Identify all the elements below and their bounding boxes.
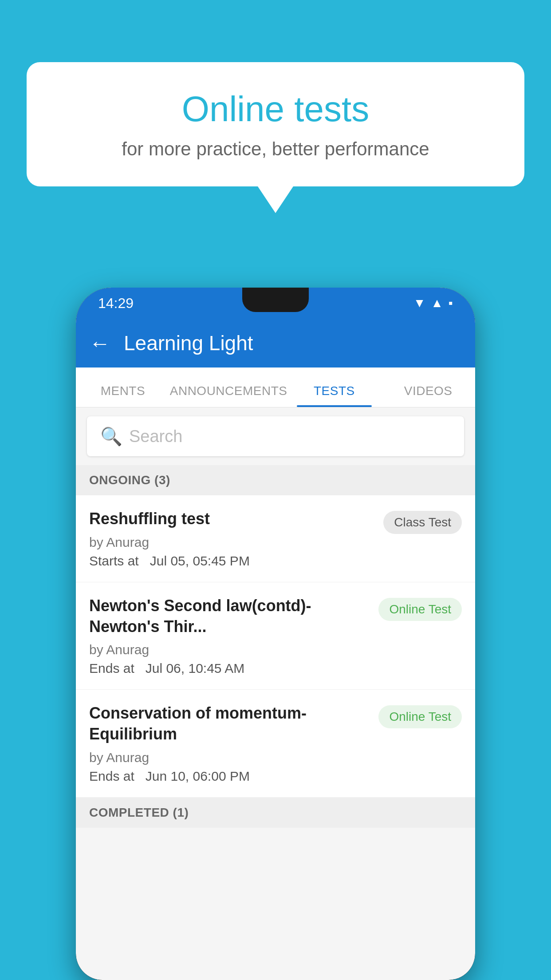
test-time-1: Starts at Jul 05, 05:45 PM <box>89 553 374 569</box>
test-author-1: by Anurag <box>89 535 374 550</box>
battery-icon: ▪ <box>449 296 453 310</box>
tab-announcements[interactable]: ANNOUNCEMENTS <box>170 384 287 407</box>
speech-bubble-title: Online tests <box>58 89 493 130</box>
test-item-1[interactable]: Reshuffling test by Anurag Starts at Jul… <box>76 495 475 582</box>
speech-bubble: Online tests for more practice, better p… <box>27 62 524 186</box>
test-info-3: Conservation of momentum-Equilibrium by … <box>89 703 378 784</box>
speech-bubble-subtitle: for more practice, better performance <box>58 138 493 160</box>
completed-section-header: COMPLETED (1) <box>76 798 475 828</box>
tab-bar: MENTS ANNOUNCEMENTS TESTS VIDEOS <box>76 368 475 407</box>
app-bar: ← Learning Light <box>76 319 475 368</box>
back-button[interactable]: ← <box>89 331 110 356</box>
search-input[interactable]: Search <box>129 427 182 446</box>
ongoing-section-header: ONGOING (3) <box>76 465 475 495</box>
tab-videos[interactable]: VIDEOS <box>381 384 475 407</box>
search-bar[interactable]: 🔍 Search <box>87 416 464 456</box>
test-item-3[interactable]: Conservation of momentum-Equilibrium by … <box>76 690 475 798</box>
status-time: 14:29 <box>98 295 134 312</box>
test-name-1: Reshuffling test <box>89 509 374 530</box>
status-bar: 14:29 ▼ ▲ ▪ <box>76 288 475 319</box>
speech-bubble-container: Online tests for more practice, better p… <box>27 62 524 213</box>
search-icon: 🔍 <box>100 426 122 447</box>
test-name-2: Newton's Second law(contd)-Newton's Thir… <box>89 596 370 637</box>
test-badge-1: Class Test <box>383 511 462 534</box>
test-badge-3: Online Test <box>378 705 462 728</box>
test-info-2: Newton's Second law(contd)-Newton's Thir… <box>89 596 378 676</box>
app-bar-title: Learning Light <box>124 331 253 355</box>
test-info-1: Reshuffling test by Anurag Starts at Jul… <box>89 509 383 569</box>
test-author-2: by Anurag <box>89 642 370 657</box>
test-item-2[interactable]: Newton's Second law(contd)-Newton's Thir… <box>76 582 475 690</box>
wifi-icon: ▼ <box>413 296 426 310</box>
tab-tests[interactable]: TESTS <box>287 384 381 407</box>
signal-icon: ▲ <box>431 296 443 310</box>
notch <box>242 288 309 312</box>
test-time-3: Ends at Jun 10, 06:00 PM <box>89 769 370 784</box>
phone-screen: 14:29 ▼ ▲ ▪ ← Learning Light MENTS ANNOU… <box>76 288 475 980</box>
test-badge-2: Online Test <box>378 598 462 621</box>
test-author-3: by Anurag <box>89 750 370 765</box>
test-time-2: Ends at Jul 06, 10:45 AM <box>89 661 370 676</box>
test-name-3: Conservation of momentum-Equilibrium <box>89 703 370 745</box>
tab-ments[interactable]: MENTS <box>76 384 170 407</box>
search-container: 🔍 Search <box>76 407 475 465</box>
speech-bubble-tail <box>258 186 293 213</box>
status-icons: ▼ ▲ ▪ <box>413 296 453 310</box>
test-list: Reshuffling test by Anurag Starts at Jul… <box>76 495 475 798</box>
phone-frame: 14:29 ▼ ▲ ▪ ← Learning Light MENTS ANNOU… <box>76 288 475 980</box>
